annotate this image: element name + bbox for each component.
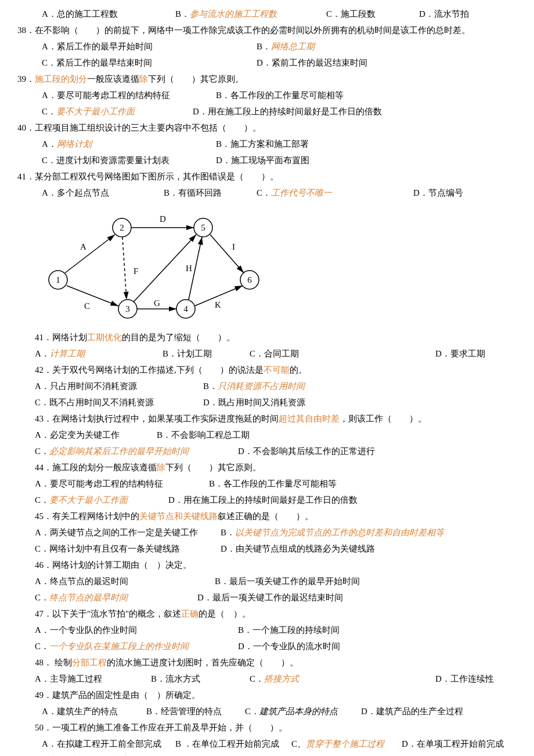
q44-stem: 44．施工段的划分一般应该遵循除下列（ ）其它原则。 [17,460,517,476]
q46-opt-b: B．最后一项关键工作的最早开始时间 [215,574,360,589]
q50-opt-b: B ．在单位工程开始前完成 [175,736,291,752]
node-1: 1 [56,275,60,285]
q46-row2: C．终点节点的最早时间 D．最后一项关键工作的最迟结束时间 [17,590,517,606]
q38-opt-b: B．网络总工期 [257,39,315,55]
q49-opt-b: B．经营管理的特点 [146,704,245,719]
q48-opt-a: A．主导施工过程 [35,671,151,687]
q45-opt-b: B．以关键节点为完成节点的工作的总时差和自由时差相等 [221,525,444,541]
q39-opt-d: D．用在施工段上的持续时间最好是工作日的倍数 [193,104,382,120]
edge-D: D [160,214,166,224]
q40-row2: C．进度计划和资源需要量计划表 D．施工现场平面布置图 [17,153,517,168]
q41-opt-a: A．多个起点节点 [42,185,164,201]
network-diagram: A C D F G H I K 1 2 3 4 5 6 [35,204,267,326]
q48-opt-b: B．流水方式 [151,671,250,687]
q48-opt-c: C．搭接方式 [250,671,435,687]
q43-opt-d: D．不会影响其后续工作的正常进行 [238,444,375,459]
q44-row2: C．要不大于最小工作面 D．用在施工段上的持续时间最好是工作日的倍数 [17,492,517,508]
q46-opt-c: C．终点节点的最早时间 [35,590,197,606]
q48-stem: 48． 绘制分部工程的流水施工进度计划图时，首先应确定（ ）。 [17,655,517,671]
q38-row1: A．紧后工作的最早开始时间 B．网络总工期 [17,39,517,55]
q42-opt-b: B．只消耗资源不占用时间 [203,379,305,394]
q44-opt-c: C．要不大于最小工作面 [35,492,168,508]
q42-row1: A．只占用时间不消耗资源 B．只消耗资源不占用时间 [17,379,517,394]
q44-row1: A．要尽可能考虑工程的结构特征 B．各工作段的工作量尽可能相等 [17,476,517,492]
q45-opt-a: A．两关键节点之间的工作一定是关键工作 [35,525,221,541]
q38-opt-c: C．紧后工作的最早结束时间 [42,55,257,71]
q46-opt-d: D．最后一项关键工作的最迟结束时间 [197,590,343,606]
q42-opt-a: A．只占用时间不消耗资源 [35,379,203,394]
q38-opt-a: A．紧后工作的最早开始时间 [42,39,257,55]
q47-opt-d: D．一个专业队的流水时间 [238,639,340,654]
q41b-stem: 41．网络计划工期优化的目的是为了缩短（ ）。 [17,330,517,345]
q51-stem: 51．施工准备工作的核心是（ ）。 [17,753,517,756]
q37-opt-d: D．流水节拍 [419,6,469,22]
q37-options: A．总的施工工程数 B．参与流水的施工工程数 C．施工段数 D．流水节拍 [17,6,517,22]
q49-opts: A．建筑生产的特点 B．经营管理的特点 C．建筑产品本身的特点 D．建筑产品的生… [17,704,517,719]
node-3: 3 [125,304,130,314]
q42-row2: C．既不占用时间又不消耗资源 D．既占用时间又消耗资源 [17,395,517,411]
q41-stem: 41．某分部工程双代号网络图如下图所示，其作图错误是（ ）。 [17,169,517,185]
q37-opt-c: C．施工段数 [326,6,419,22]
q45-opt-d: D．由关键节点组成的线路必为关键线路 [221,541,375,557]
q48-opts: A．主导施工过程 B．流水方式 C．搭接方式 D．工作连续性 [17,671,517,687]
node-6: 6 [247,275,252,285]
q41-opt-c: C．工作代号不唯一 [257,185,413,201]
q43-opt-b: B．不会影响工程总工期 [157,427,250,443]
edge-F: F [134,267,138,276]
q47-row1: A．一个专业队的作业时间 B．一个施工段的持续时间 [17,622,517,638]
q41-opt-b: B．有循环回路 [164,185,257,201]
q45-opt-c: C．网络计划中有且仅有一条关键线路 [35,541,221,557]
q39-opt-c: C．要不大于最小工作面 [42,104,193,120]
node-5: 5 [201,223,205,232]
q49-stem: 49．建筑产品的固定性是由（ ）所确定。 [17,687,517,703]
q41-opt-d: D．节点编号 [413,185,463,201]
q46-opt-a: A．终点节点的最迟时间 [35,574,215,589]
q40-opt-d: D．施工现场平面布置图 [216,153,309,168]
node-4: 4 [183,304,188,314]
edge-A: A [80,242,86,251]
q48-opt-d: D．工作连续性 [435,671,494,687]
q45-stem: 45．有关工程网络计划中的关键节点和关键线路叙述正确的是（ ）。 [17,509,517,524]
q49-opt-d: D．建筑产品的生产全过程 [361,704,463,719]
q50-stem: 50．一项工程的施工准备工作应在开工前及早开始，并（ ）。 [17,720,517,736]
svg-line-0 [65,235,115,273]
q44-opt-d: D．用在施工段上的持续时间最好是工作日的倍数 [168,492,358,508]
q41b-opt-c: C．合同工期 [250,346,435,362]
q45-row2: C．网络计划中有且仅有一条关键线路 D．由关键节点组成的线路必为关键线路 [17,541,517,557]
edge-G: G [154,298,160,308]
q40-row1: A．网络计划 B．施工方案和施工部署 [17,136,517,152]
q41b-opt-b: B．计划工期 [163,346,250,362]
q41b-opt-d: D．要求工期 [435,346,485,362]
q42-opt-d: D．既占用时间又消耗资源 [203,395,305,411]
q42-opt-c: C．既不占用时间又不消耗资源 [35,395,203,411]
q44-opt-a: A．要尽可能考虑工程的结构特征 [35,476,209,492]
q42-stem: 42．关于双代号网络计划的工作描述,下列（ ）的说法是不可能的。 [17,362,517,378]
q49-opt-a: A．建筑生产的特点 [42,704,146,719]
q43-stem: 43．在网络计划执行过程中，如果某项工作实际进度拖延的时间超过其自由时差，则该工… [17,411,517,427]
q50-opt-d: D．在单项工程开始前完成 [402,736,504,752]
q46-stem: 46．网络计划的计算工期由（ ）决定。 [17,557,517,573]
q40-stem: 40．工程项目施工组织设计的三大主要内容中不包括（ ）。 [17,120,517,136]
q50-opt-a: A．在拟建工程开工前全部完成 [42,736,175,752]
q47-row2: C．一个专业队在某施工段上的作业时间 D．一个专业队的流水时间 [17,639,517,654]
q41-row1: A．多个起点节点 B．有循环回路 C．工作代号不唯一 D．节点编号 [17,185,517,201]
svg-line-1 [67,286,118,306]
q37-opt-a: A．总的施工工程数 [42,6,175,22]
q43-row1: A．必定变为关键工作 B．不会影响工程总工期 [17,427,517,443]
q40-opt-c: C．进度计划和资源需要量计划表 [42,153,216,168]
q39-opt-b: B．各工作段的工作量尽可能相等 [216,88,344,103]
q43-row2: C．必定影响其紧后工作的最早开始时间 D．不会影响其后续工作的正常进行 [17,444,517,459]
q45-row1: A．两关键节点之间的工作一定是关键工作 B．以关键节点为完成节点的工作的总时差和… [17,525,517,541]
q50-opt-c: C、贯穿于整个施工过程 [291,736,402,752]
q39-row1: A．要尽可能考虑工程的结构特征 B．各工作段的工作量尽可能相等 [17,88,517,103]
svg-line-7 [210,235,244,273]
edge-C: C [84,301,90,311]
q39-stem: 39．施工段的划分一般应该遵循除下列（ ）其它原则。 [17,71,517,87]
q37-opt-b: B．参与流水的施工工程数 [175,6,326,22]
edge-H: H [186,264,192,273]
node-2: 2 [120,223,124,232]
q40-opt-b: B．施工方案和施工部署 [216,136,309,152]
q38-row2: C．紧后工作的最早结束时间 D．紧前工作的最迟结束时间 [17,55,517,71]
q38-stem: 38．在不影响（ ）的前提下，网络中一项工作除完成该工作的必需时间以外所拥有的机… [17,23,517,38]
q49-opt-c: C．建筑产品本身的特点 [245,704,361,719]
